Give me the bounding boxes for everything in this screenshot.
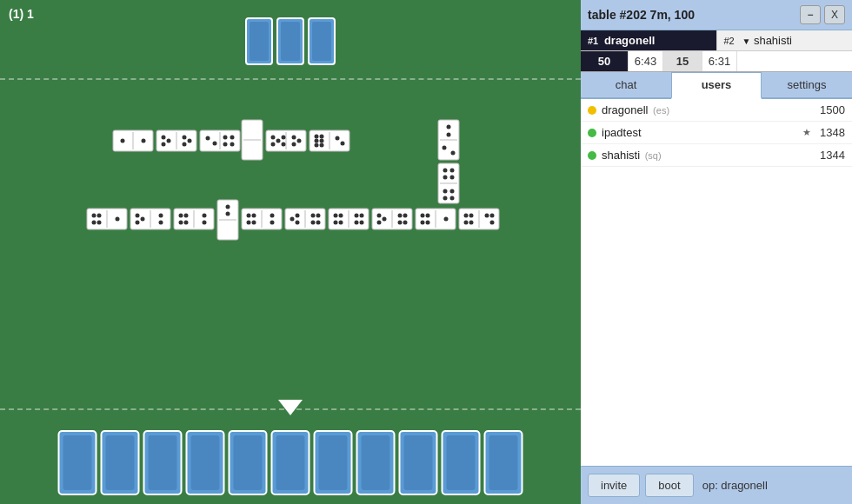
svg-point-24	[271, 136, 276, 140]
header-buttons: − X	[800, 5, 845, 24]
svg-point-10	[183, 143, 187, 147]
player-card[interactable]	[399, 430, 438, 495]
svg-point-15	[213, 142, 217, 146]
player2-name: shahisti	[754, 34, 792, 47]
close-button[interactable]: X	[824, 5, 845, 24]
player-card[interactable]	[186, 430, 225, 495]
svg-point-30	[292, 143, 296, 147]
svg-point-107	[355, 214, 359, 218]
svg-point-47	[451, 151, 456, 156]
svg-point-52	[443, 176, 448, 180]
svg-point-53	[450, 176, 455, 180]
svg-point-124	[421, 221, 425, 225]
svg-point-118	[398, 221, 403, 225]
player1-name: dragonell	[604, 34, 656, 47]
boot-button[interactable]: boot	[645, 474, 693, 497]
svg-point-131	[464, 221, 469, 225]
player-card[interactable]	[271, 430, 310, 495]
player-card[interactable]	[314, 430, 353, 495]
score-area: #1 dragonell #2 ▼ shahisti 50 6:43 15 6:…	[581, 30, 852, 72]
user-name-dragonell: dragonell (es)	[602, 103, 815, 116]
svg-point-119	[403, 221, 408, 225]
player-card[interactable]	[143, 430, 183, 495]
svg-point-56	[443, 196, 448, 201]
svg-point-79	[203, 221, 207, 225]
user-row-dragonell[interactable]: dragonell (es) 1500	[581, 99, 852, 122]
user-row-ipadtest[interactable]: ipadtest ★ 1348	[581, 122, 852, 144]
svg-point-60	[92, 214, 97, 218]
player-card[interactable]	[101, 430, 140, 495]
svg-point-25	[271, 143, 276, 147]
svg-point-98	[316, 214, 321, 218]
opponent-card	[245, 17, 273, 65]
svg-point-75	[184, 214, 189, 218]
svg-point-19	[230, 143, 235, 147]
svg-point-123	[426, 214, 430, 218]
player-card[interactable]	[58, 430, 97, 495]
player-card[interactable]	[356, 430, 396, 495]
svg-point-28	[282, 143, 286, 147]
svg-point-94	[290, 217, 295, 222]
svg-point-39	[320, 143, 324, 148]
svg-point-9	[183, 136, 187, 140]
svg-point-62	[92, 221, 97, 225]
svg-point-91	[270, 221, 275, 225]
svg-point-67	[136, 214, 140, 218]
svg-point-83	[226, 212, 230, 216]
svg-point-135	[490, 221, 495, 225]
invite-button[interactable]: invite	[588, 474, 640, 497]
player-card[interactable]	[229, 430, 268, 495]
svg-point-116	[398, 214, 403, 218]
player1-badge: #1	[588, 36, 598, 46]
svg-point-74	[179, 214, 183, 218]
svg-point-29	[292, 136, 296, 140]
score-names: #1 dragonell #2 ▼ shahisti	[581, 30, 852, 51]
svg-point-3	[142, 139, 146, 143]
svg-point-26	[276, 139, 281, 143]
tab-settings[interactable]: settings	[762, 72, 852, 97]
svg-point-35	[320, 135, 324, 139]
user-lang: (es)	[653, 105, 669, 116]
svg-point-14	[206, 136, 210, 141]
svg-point-78	[203, 214, 207, 218]
svg-point-125	[426, 221, 430, 225]
player1-score: 50	[581, 51, 629, 71]
svg-point-54	[443, 189, 448, 194]
draw-arrow[interactable]	[278, 400, 303, 415]
svg-point-2	[121, 139, 125, 143]
opponent-card	[276, 17, 304, 65]
svg-point-82	[226, 205, 230, 209]
user-name-ipadtest: ipadtest	[602, 126, 802, 139]
tab-chat[interactable]: chat	[581, 72, 671, 97]
svg-point-133	[485, 214, 489, 218]
player-card[interactable]	[484, 430, 523, 495]
svg-point-51	[450, 169, 455, 173]
user-lang2: (sq)	[645, 150, 662, 161]
game-area: (1) 1	[0, 0, 581, 504]
tab-users[interactable]: users	[671, 72, 762, 99]
svg-point-16	[223, 136, 228, 140]
svg-point-34	[315, 135, 319, 139]
svg-point-27	[282, 136, 286, 140]
svg-point-103	[334, 214, 338, 218]
user-row-shahisti[interactable]: shahisti (sq) 1344	[581, 144, 852, 167]
minimize-button[interactable]: −	[800, 5, 821, 24]
score-values: 50 6:43 15 6:31	[581, 51, 852, 71]
svg-point-40	[336, 136, 340, 141]
svg-point-87	[252, 214, 256, 218]
player-card[interactable]	[442, 430, 481, 495]
svg-point-77	[184, 221, 189, 225]
op-label: op: dragonell	[702, 479, 768, 492]
svg-point-88	[247, 221, 251, 225]
svg-point-86	[247, 214, 251, 218]
svg-point-90	[270, 214, 275, 218]
svg-point-108	[360, 214, 364, 218]
svg-point-126	[444, 217, 449, 222]
svg-point-41	[341, 142, 345, 146]
player-cards[interactable]	[58, 430, 523, 495]
panel-title: table #202 7m, 100	[588, 8, 695, 22]
player2-badge: #2	[724, 36, 735, 46]
svg-point-7	[162, 143, 166, 147]
svg-point-132	[469, 221, 474, 225]
svg-point-100	[316, 221, 321, 225]
